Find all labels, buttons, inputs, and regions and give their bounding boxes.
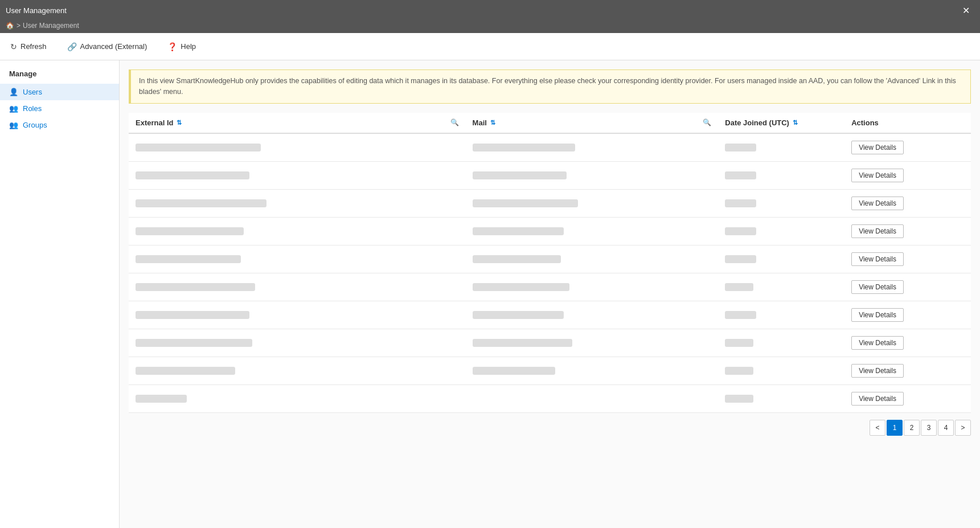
table-header-row: External Id ⇅ 🔍 Mail ⇅ 🔍 [129,113,971,133]
cell-mail [466,217,719,245]
view-details-button[interactable]: View Details [851,169,904,182]
cell-date-joined [718,329,844,357]
cell-date-joined [718,245,844,273]
table-row: View Details [129,189,971,217]
col-label-external-id: External Id [136,118,173,127]
view-details-button[interactable]: View Details [851,308,904,322]
content-area: In this view SmartKnowledgeHub only prov… [120,60,980,528]
cell-external-id [129,273,466,301]
table-row: View Details [129,245,971,273]
view-details-button[interactable]: View Details [851,141,904,154]
cell-external-id [129,189,466,217]
view-details-button[interactable]: View Details [851,252,904,266]
col-header-external-id: External Id ⇅ 🔍 [129,113,466,133]
advanced-external-button[interactable]: 🔗 Advanced (External) [57,33,158,60]
sort-icon-mail[interactable]: ⇅ [490,119,495,126]
table-row: View Details [129,273,971,301]
cell-mail [466,384,719,412]
view-details-button[interactable]: View Details [851,280,904,294]
view-details-button[interactable]: View Details [851,364,904,378]
cell-mail [466,301,719,329]
col-label-mail: Mail [473,118,487,127]
cell-actions: View Details [844,133,971,162]
refresh-button[interactable]: ↻ Refresh [0,33,57,60]
sort-icon-external-id[interactable]: ⇅ [177,119,182,126]
cell-date-joined [718,133,844,162]
pagination-next[interactable]: > [955,420,971,436]
table-row: View Details [129,161,971,189]
sidebar-item-groups[interactable]: 👥 Groups [0,117,119,133]
groups-icon: 👥 [9,121,18,129]
cell-external-id [129,357,466,384]
sidebar-heading: Manage [0,69,119,84]
search-icon-mail[interactable]: 🔍 [703,118,711,126]
advanced-label: Advanced (External) [80,42,147,51]
breadcrumb-page: User Management [23,22,79,30]
view-details-button[interactable]: View Details [851,392,904,406]
pagination-page-4[interactable]: 4 [938,420,954,436]
view-details-button[interactable]: View Details [851,336,904,350]
close-button[interactable]: ✕ [958,3,974,18]
sidebar: Manage 👤 Users 👥 Roles 👥 Groups [0,60,120,528]
table-row: View Details [129,384,971,412]
title-bar: User Management ✕ [0,0,980,21]
table-row: View Details [129,329,971,357]
link-icon: 🔗 [67,42,77,51]
view-details-button[interactable]: View Details [851,224,904,238]
cell-actions: View Details [844,301,971,329]
cell-external-id [129,133,466,162]
sidebar-item-roles-label: Roles [23,104,42,113]
cell-mail [466,357,719,384]
table-row: View Details [129,301,971,329]
cell-actions: View Details [844,189,971,217]
help-label: Help [181,42,196,51]
breadcrumb-home-icon[interactable]: 🏠 [6,22,14,30]
cell-mail [466,273,719,301]
cell-date-joined [718,217,844,245]
table-row: View Details [129,217,971,245]
cell-external-id [129,329,466,357]
main-layout: Manage 👤 Users 👥 Roles 👥 Groups In this … [0,60,980,528]
cell-external-id [129,161,466,189]
cell-mail [466,189,719,217]
cell-mail [466,133,719,162]
help-button[interactable]: ❓ Help [157,33,206,60]
cell-external-id [129,384,466,412]
refresh-icon: ↻ [10,42,17,51]
view-details-button[interactable]: View Details [851,197,904,210]
cell-external-id [129,301,466,329]
pagination-page-3[interactable]: 3 [921,420,937,436]
table-row: View Details [129,357,971,384]
cell-date-joined [718,301,844,329]
breadcrumb: 🏠 > User Management [0,21,980,33]
col-header-actions: Actions [844,113,971,133]
info-banner-text: In this view SmartKnowledgeHub only prov… [139,77,956,96]
search-icon-external-id[interactable]: 🔍 [450,118,459,126]
cell-actions: View Details [844,384,971,412]
pagination-page-1[interactable]: 1 [887,420,903,436]
cell-mail [466,329,719,357]
toolbar: ↻ Refresh 🔗 Advanced (External) ❓ Help [0,33,980,60]
pagination-prev[interactable]: < [870,420,885,436]
title-bar-title: User Management [6,6,67,15]
pagination-page-2[interactable]: 2 [904,420,920,436]
cell-date-joined [718,189,844,217]
cell-date-joined [718,357,844,384]
table-row: View Details [129,133,971,162]
cell-date-joined [718,273,844,301]
cell-actions: View Details [844,217,971,245]
refresh-label: Refresh [20,42,47,51]
sort-icon-date-joined[interactable]: ⇅ [793,119,798,126]
roles-icon: 👥 [9,104,18,113]
sidebar-item-users-label: Users [23,88,42,96]
col-header-date-joined: Date Joined (UTC) ⇅ [718,113,844,133]
col-label-date-joined: Date Joined (UTC) [725,118,789,127]
sidebar-item-users[interactable]: 👤 Users [0,84,119,100]
breadcrumb-separator: > [17,22,20,30]
title-bar-text: User Management [6,6,67,15]
col-header-mail: Mail ⇅ 🔍 [466,113,719,133]
help-icon: ❓ [167,42,177,51]
sidebar-item-roles[interactable]: 👥 Roles [0,100,119,117]
cell-mail [466,161,719,189]
users-table: External Id ⇅ 🔍 Mail ⇅ 🔍 [129,113,971,413]
